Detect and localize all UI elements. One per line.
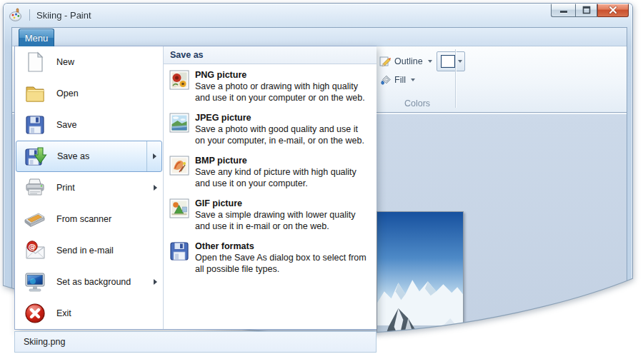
status-bar: Skiing.png	[14, 331, 377, 353]
menu-item-print[interactable]: Print	[15, 172, 163, 203]
scanner-icon	[24, 208, 46, 231]
menu-item-open[interactable]: Open	[15, 78, 163, 109]
menu-item-save-as[interactable]: Save as	[16, 141, 162, 172]
submenu-arrow-icon	[154, 185, 157, 191]
menu-item-save[interactable]: Save	[15, 109, 163, 141]
chevron-down-icon	[411, 79, 415, 81]
submenu-arrow-icon	[154, 279, 157, 285]
jpeg-photo-icon	[169, 113, 189, 133]
email-icon: @	[24, 239, 46, 262]
submenu-item-description: Save any kind of picture with high quali…	[195, 166, 369, 189]
menu-item-new[interactable]: New	[15, 46, 163, 78]
print-icon	[24, 176, 46, 199]
submenu-item-description: Save a simple drawing with lower quality…	[195, 209, 369, 232]
pencil-outline-icon	[379, 55, 392, 67]
mountain-photo	[377, 211, 464, 364]
menu-button[interactable]: Menu	[19, 29, 54, 46]
submenu-item-title: JPEG picture	[195, 112, 369, 123]
save-icon	[24, 113, 46, 136]
menu-item-label: Exit	[56, 308, 71, 318]
ribbon-colors-group: Outline Fill Colors	[375, 46, 459, 113]
submenu-item-png[interactable]: PNG picture Save a photo or drawing with…	[169, 69, 377, 103]
submenu-arrow-icon	[153, 153, 156, 159]
menu-item-label: Print	[56, 183, 75, 193]
menu-item-label: New	[56, 57, 74, 67]
menu-item-label: Save as	[57, 151, 89, 161]
maximize-icon	[582, 6, 591, 14]
ribbon-group-divider	[455, 49, 456, 108]
fill-label: Fill	[394, 75, 406, 85]
exit-icon	[24, 302, 46, 325]
submenu-item-description: Open the Save As dialog box to select fr…	[195, 252, 369, 275]
close-button[interactable]	[597, 4, 629, 17]
minimize-icon	[559, 6, 568, 14]
submenu-item-title: Other formats	[195, 241, 369, 252]
title-separator	[29, 9, 30, 21]
ribbon-tab-strip	[12, 28, 627, 46]
submenu-item-gif[interactable]: GIF picture Save a simple drawing with l…	[169, 198, 377, 232]
minimize-button[interactable]	[551, 4, 575, 17]
menu-item-label: Send in e-mail	[56, 246, 114, 256]
file-menu-list: New Open Save Save as Print From scanner…	[15, 46, 163, 329]
menu-item-from-scanner[interactable]: From scanner	[15, 203, 163, 235]
colors-group-label: Colors	[375, 98, 459, 108]
bmp-picture-icon	[169, 156, 189, 176]
submenu-item-title: GIF picture	[195, 198, 369, 209]
submenu-item-title: BMP picture	[195, 155, 369, 166]
title-bar: Skiing - Paint	[3, 3, 633, 27]
paint-palette-icon	[9, 8, 23, 22]
submenu-item-other-formats[interactable]: Other formats Open the Save As dialog bo…	[169, 241, 377, 275]
outline-label: Outline	[394, 56, 423, 66]
close-icon	[609, 6, 617, 14]
color-swatch-box	[441, 55, 455, 68]
menu-item-label: Set as background	[56, 277, 131, 287]
fill-dropdown[interactable]: Fill	[379, 74, 415, 86]
submenu-item-bmp[interactable]: BMP picture Save any kind of picture wit…	[169, 155, 377, 189]
png-photo-icon	[169, 70, 189, 90]
paint-application-window: Skiing - Paint Outline	[0, 0, 643, 364]
submenu-item-description: Save a photo or drawing with high qualit…	[195, 81, 369, 103]
submenu-list: PNG picture Save a photo or drawing with…	[164, 64, 377, 275]
monitor-icon	[24, 271, 46, 293]
menu-item-label: From scanner	[56, 214, 111, 224]
submenu-item-title: PNG picture	[195, 69, 369, 81]
outline-color-swatch[interactable]	[437, 51, 465, 71]
chevron-down-icon	[428, 60, 432, 63]
file-menu-panel: New Open Save Save as Print From scanner…	[14, 46, 377, 330]
chevron-down-icon	[458, 60, 462, 63]
save-as-submenu: Save as PNG picture Save a photo or draw…	[163, 46, 377, 329]
maximize-button[interactable]	[575, 4, 597, 17]
save-as-icon	[24, 145, 47, 168]
submenu-item-description: Save a photo with good quality and use i…	[195, 123, 369, 146]
other-formats-icon	[169, 241, 189, 261]
menu-item-set-as-background[interactable]: Set as background	[15, 266, 163, 298]
outline-dropdown[interactable]: Outline	[379, 55, 432, 67]
submenu-item-jpeg[interactable]: JPEG picture Save a photo with good qual…	[169, 112, 377, 146]
menu-item-label: Open	[56, 89, 79, 98]
status-filename: Skiing.png	[24, 337, 65, 347]
svg-text:@: @	[29, 242, 36, 251]
window-title: Skiing - Paint	[36, 10, 91, 21]
menu-item-send-in-email[interactable]: @ Send in e-mail	[15, 235, 163, 266]
new-document-icon	[24, 51, 46, 74]
gif-picture-icon	[169, 198, 189, 218]
submenu-header: Save as	[164, 46, 377, 64]
fill-bucket-icon	[379, 74, 392, 86]
submenu-arrow-cell[interactable]	[146, 141, 161, 171]
open-folder-icon	[24, 82, 46, 105]
menu-item-label: Save	[56, 120, 77, 130]
window-controls	[551, 4, 629, 17]
menu-item-exit[interactable]: Exit	[15, 298, 163, 329]
